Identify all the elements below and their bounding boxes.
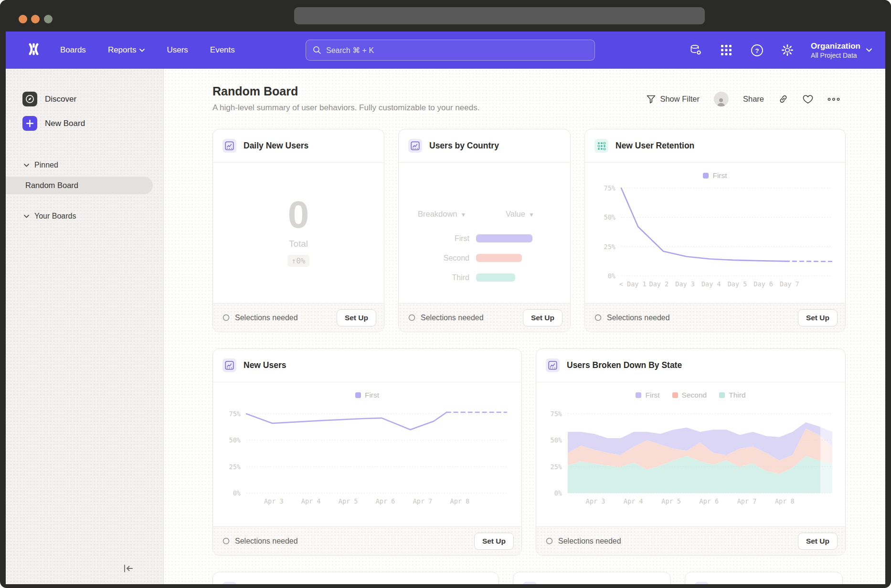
sidebar-item-new-board[interactable]: New Board	[6, 111, 163, 136]
legend-label: First	[365, 391, 379, 399]
window-minimize-button[interactable]	[31, 15, 40, 23]
legend-swatch	[355, 392, 361, 398]
nav-item-events[interactable]: Events	[210, 45, 235, 55]
chart-legend: First	[213, 382, 521, 400]
svg-text:Apr 4: Apr 4	[624, 497, 643, 505]
card-active-users: Active Users	[685, 572, 843, 584]
nav-item-boards[interactable]: Boards	[60, 45, 86, 55]
svg-text:Apr 3: Apr 3	[264, 497, 284, 505]
legend-swatch	[703, 173, 709, 178]
status-circle-icon	[223, 537, 230, 545]
card-title: Users Broken Down By State	[567, 360, 682, 370]
setup-button[interactable]: Set Up	[337, 309, 376, 326]
status-text: Selections needed	[235, 537, 298, 546]
svg-text:75%: 75%	[551, 410, 562, 418]
legend-label: First	[645, 391, 659, 399]
svg-text:Apr 8: Apr 8	[450, 497, 470, 505]
setup-button[interactable]: Set Up	[798, 533, 838, 550]
page-title: Random Board	[212, 84, 298, 98]
card-footer: Selections needed Set Up	[213, 526, 521, 555]
svg-text:25%: 25%	[551, 463, 562, 471]
window-close-button[interactable]	[19, 15, 27, 23]
breakdown-dropdown[interactable]: Breakdown▼	[418, 210, 466, 219]
svg-text:?: ?	[755, 47, 759, 54]
org-project: All Project Data	[811, 52, 860, 59]
top-navbar: Boards Reports Users Events Search ⌘ + K	[6, 32, 885, 69]
svg-text:75%: 75%	[229, 410, 241, 418]
chart-legend: First Second Third	[536, 382, 845, 400]
svg-text:Day 4: Day 4	[701, 280, 721, 288]
copy-link-icon[interactable]	[778, 94, 788, 104]
apps-grid-icon[interactable]	[719, 43, 733, 57]
bar-row: Third	[399, 273, 570, 282]
window-titlebar	[0, 0, 891, 32]
board-main: Random Board A high-level summary of use…	[164, 69, 885, 584]
url-bar[interactable]	[294, 7, 705, 24]
svg-text:Day 5: Day 5	[728, 280, 747, 288]
line-chart-icon	[223, 582, 236, 584]
card-title: Users by Country	[429, 141, 499, 151]
search-icon	[313, 46, 321, 54]
svg-text:Apr 5: Apr 5	[661, 497, 681, 505]
status-text: Selections needed	[607, 314, 670, 322]
search-input[interactable]: Search ⌘ + K	[306, 40, 595, 61]
card-title: New Users	[244, 360, 286, 370]
card-daily-new-users: Daily New Users 0 Total ↑0% Selections n…	[212, 129, 384, 332]
nav-item-reports[interactable]: Reports	[108, 45, 145, 55]
card-footer: Selections needed Set Up	[536, 526, 845, 555]
sidebar-item-label: New Board	[45, 119, 85, 128]
card-new-user-retention: New User Retention First 75%50%25%0%< Da…	[584, 129, 846, 332]
sidebar-section-pinned[interactable]: Pinned	[6, 157, 163, 174]
retention-line-chart: 75%50%25%0%< Day 1Day 2Day 3Day 4Day 5Da…	[588, 181, 846, 294]
card-title: New User Retention	[615, 141, 694, 151]
metric-label: Total	[289, 239, 308, 249]
card-footer: Selections needed Set Up	[399, 303, 570, 332]
status-circle-icon	[594, 314, 602, 321]
data-management-icon[interactable]	[689, 43, 703, 57]
help-icon[interactable]: ?	[750, 43, 764, 57]
status-text: Selections needed	[421, 314, 484, 322]
value-dropdown[interactable]: Value▼	[506, 210, 534, 219]
section-label: Pinned	[34, 161, 58, 169]
search-placeholder: Search ⌘ + K	[326, 46, 374, 55]
nav-menu: Boards Reports Users Events	[60, 45, 235, 55]
board-item-label: Random Board	[25, 181, 78, 189]
sidebar-section-your-boards[interactable]: Your Boards	[6, 208, 163, 225]
filter-funnel-icon	[647, 95, 656, 104]
setup-button[interactable]: Set Up	[523, 309, 562, 326]
page-subtitle: A high-level summary of user behaviors. …	[212, 103, 479, 113]
bar-row: Second	[399, 254, 570, 262]
card-title: Daily New Users	[244, 141, 308, 151]
legend-label: First	[712, 171, 727, 180]
svg-text:50%: 50%	[551, 436, 562, 444]
sidebar-item-random-board[interactable]: Random Board	[6, 177, 153, 194]
nav-item-users[interactable]: Users	[167, 45, 188, 55]
more-options-icon[interactable]	[827, 98, 840, 101]
avatar[interactable]	[714, 92, 729, 106]
legend-label: Second	[682, 391, 707, 399]
sidebar-item-discover[interactable]: Discover	[6, 87, 163, 111]
org-switcher[interactable]: Organization All Project Data	[811, 41, 872, 59]
bar-row: First	[399, 234, 570, 242]
mixpanel-logo[interactable]	[26, 43, 41, 57]
bar-third	[476, 273, 515, 282]
org-name: Organization	[811, 41, 860, 51]
share-button[interactable]: Share	[743, 94, 764, 104]
setup-button[interactable]: Set Up	[798, 309, 838, 326]
new-users-line-chart: 75%50%25%0%Apr 3Apr 4Apr 5Apr 6Apr 7Apr …	[217, 400, 518, 512]
chart-legend: First	[585, 163, 845, 181]
window-zoom-button[interactable]	[44, 15, 53, 23]
svg-text:Day 7: Day 7	[780, 280, 799, 288]
chevron-down-icon	[139, 49, 145, 52]
status-text: Selections needed	[235, 314, 298, 322]
metric-value: 0	[288, 196, 309, 234]
setup-button[interactable]: Set Up	[474, 533, 514, 550]
settings-gear-icon[interactable]	[780, 43, 795, 57]
show-filter-button[interactable]: Show Filter	[647, 94, 700, 104]
card-users-by-state: Users Broken Down By State First Second …	[536, 348, 846, 556]
svg-text:Day 2: Day 2	[649, 280, 669, 288]
svg-text:Apr 7: Apr 7	[413, 497, 433, 505]
line-chart-icon	[523, 582, 537, 584]
favorite-heart-icon[interactable]	[803, 94, 813, 104]
collapse-sidebar-icon[interactable]	[123, 564, 134, 575]
